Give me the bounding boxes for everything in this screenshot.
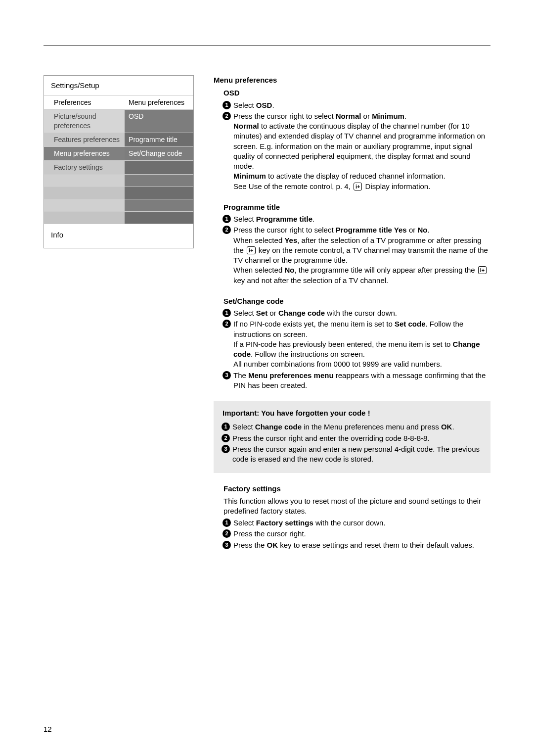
step-number-icon: 2 [222, 226, 231, 234]
page-number: 12 [44, 724, 52, 734]
menu-box-footer: Info [44, 224, 193, 248]
step-text: or [361, 112, 372, 120]
step-number-icon: 3 [222, 541, 231, 549]
step: 3 Press the cursor again and enter a new… [222, 444, 482, 465]
osd-steps: 1 Select OSD. 2 Press the cursor right t… [214, 100, 490, 191]
step-text: Press the cursor again and enter a new p… [232, 445, 480, 463]
step-bold: Factory settings [256, 519, 313, 527]
note-steps: 1 Select Change code in the Menu prefere… [222, 422, 482, 464]
step-text: If no PIN-code exists yet, the menu item… [233, 320, 395, 328]
step-text: Press the cursor right to select [233, 112, 336, 120]
step-para: When selected No, the programme title wi… [233, 265, 490, 285]
step: 2 Press the cursor right and enter the o… [222, 433, 482, 443]
step-text: with the cursor down. [325, 309, 397, 317]
step-bold: Change code [255, 423, 302, 431]
step-number-icon: 1 [222, 215, 231, 223]
step-bold: Change code [278, 309, 325, 317]
info-plus-icon: i+ [247, 246, 255, 254]
osd-block: OSD 1 Select OSD. 2 Press the cursor rig… [214, 88, 490, 191]
step-para: Normal to activate the continuous displa… [233, 121, 490, 171]
para-text: Display information. [363, 182, 430, 190]
step-text: Select [233, 215, 256, 223]
step-text: Press the cursor right and enter the ove… [232, 434, 430, 442]
step-text: . [427, 226, 429, 234]
para-text: to activate the display of reduced chann… [266, 172, 445, 180]
menu-row-left: Features preferences [44, 133, 125, 146]
manual-page: Settings/Setup Preferences Menu preferen… [0, 0, 534, 756]
step-number-icon: 1 [222, 101, 231, 109]
step-text: Select [233, 309, 256, 317]
step-text: in the Menu preferences menu and press [302, 423, 441, 431]
step-text: key to erase settings and reset them to … [278, 541, 474, 549]
step-bold: No [417, 226, 427, 234]
para-bold: No [284, 266, 294, 274]
para-text: When selected [233, 236, 284, 244]
para-text: When selected [233, 266, 284, 274]
menu-row-right: OSD [125, 110, 193, 133]
set-change-code-block: Set/Change code 1 Select Set or Change c… [214, 296, 490, 390]
step-bold: Programme title Yes [336, 226, 407, 234]
step-bold: Set code [395, 320, 426, 328]
step-para: Minimum to activate the display of reduc… [233, 171, 490, 181]
subheading-osd: OSD [223, 88, 490, 98]
menu-header-left: Preferences [44, 96, 125, 109]
menu-row-empty [44, 175, 193, 187]
step-para: If a PIN-code has previously been entere… [233, 339, 490, 360]
step-number-icon: 2 [222, 112, 231, 120]
step: 1 Select Programme title. [223, 214, 490, 224]
step: 2 Press the cursor right. [223, 529, 490, 539]
step: 2 If no PIN-code exists yet, the menu it… [223, 319, 490, 369]
step-text: or [267, 309, 278, 317]
menu-row-empty [44, 212, 193, 224]
step-number-icon: 2 [222, 529, 231, 538]
step-number-icon: 3 [222, 445, 230, 453]
setcode-steps: 1 Select Set or Change code with the cur… [214, 308, 490, 390]
step-text: . [312, 215, 314, 223]
menu-row-empty [44, 187, 193, 199]
step-number-icon: 1 [222, 423, 230, 431]
subheading-factory: Factory settings [223, 484, 490, 494]
step: 1 Select OSD. [223, 100, 490, 110]
step: 1 Select Change code in the Menu prefere… [222, 422, 482, 432]
step: 3 Press the OK key to erase settings and… [223, 540, 490, 550]
step-text: Press the cursor right. [233, 529, 306, 538]
subheading-set-change-code: Set/Change code [223, 296, 490, 306]
step-text: Select [233, 101, 256, 109]
step-para: All number combinations from 0000 tot 99… [233, 359, 490, 369]
menu-row-right [125, 161, 193, 174]
right-column: Menu preferences OSD 1 Select OSD. 2 Pre… [214, 75, 490, 561]
factory-settings-block: Factory settings This function allows yo… [214, 484, 490, 550]
step-bold: Menu preferences menu [248, 371, 334, 379]
tv-menu-box: Settings/Setup Preferences Menu preferen… [44, 75, 194, 248]
step-bold: OSD [256, 101, 272, 109]
step-para: See Use of the remote control, p. 4, i+ … [233, 182, 490, 191]
step-text: . [404, 112, 406, 120]
step-text: or [407, 226, 418, 234]
step-text: . [452, 423, 454, 431]
left-column: Settings/Setup Preferences Menu preferen… [44, 75, 194, 248]
factory-intro: This function allows you to reset most o… [214, 496, 490, 517]
step-text: with the cursor down. [313, 519, 386, 527]
menu-row-right: Set/Change code [125, 147, 193, 160]
step-bold: Set [256, 309, 267, 317]
step-text: Press the cursor right to select [233, 226, 336, 234]
step-number-icon: 2 [222, 434, 230, 442]
para-text: See Use of the remote control, p. 4, [233, 182, 353, 190]
menu-row-left: Picture/sound preferences [44, 110, 125, 133]
step-bold: Minimum [372, 112, 404, 120]
factory-steps: 1 Select Factory settings with the curso… [214, 518, 490, 550]
step-bold: Programme title [256, 215, 312, 223]
menu-row: Picture/sound preferences OSD [44, 110, 193, 133]
step-bold: Normal [336, 112, 361, 120]
menu-header-row: Preferences Menu preferences [44, 96, 193, 110]
para-text: key and not after the selection of a TV … [233, 276, 388, 284]
para-bold: Normal [233, 122, 259, 130]
menu-row-empty [44, 199, 193, 212]
menu-row-left: Factory settings [44, 161, 125, 174]
programme-steps: 1 Select Programme title. 2 Press the cu… [214, 214, 490, 285]
step-number-icon: 3 [222, 371, 231, 379]
subheading-programme-title: Programme title [223, 202, 490, 212]
step-text: The [233, 371, 248, 379]
menu-row-selected: Menu preferences Set/Change code [44, 147, 193, 161]
step-text: . [272, 101, 274, 109]
